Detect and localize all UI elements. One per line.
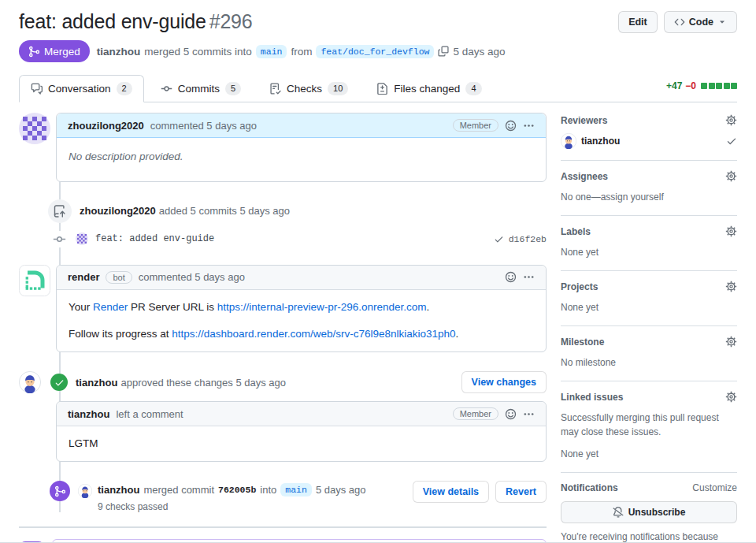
diffstat: +47 −0	[666, 80, 737, 96]
comment-meta: commented 5 days ago	[139, 271, 245, 283]
bot-comment: render bot commented 5 days ago Your Ren…	[19, 265, 547, 353]
gear-icon[interactable]	[725, 336, 737, 348]
customize-link[interactable]: Customize	[692, 482, 737, 493]
preview-url-link[interactable]: https://internal-preview-pr-296.onrender…	[217, 301, 427, 313]
gear-icon[interactable]	[725, 225, 737, 237]
commit-row: feat: added env-guide d16f2eb	[19, 231, 547, 247]
commit-avatar[interactable]	[76, 232, 88, 245]
repo-push-icon	[54, 205, 66, 218]
timeline-divider	[19, 526, 547, 528]
approval-event: tianzhou approved these changes 5 days a…	[19, 371, 547, 393]
checklist-icon	[269, 83, 281, 95]
gear-icon[interactable]	[725, 114, 737, 126]
bell-slash-icon	[613, 507, 624, 518]
approved-check-badge	[50, 374, 68, 391]
git-merge-icon	[28, 46, 40, 58]
pr-tab-bar: Conversation 2 Commits 5 Checks 10 Files…	[19, 75, 737, 102]
member-badge: Member	[453, 407, 498, 420]
review-comment-body: LGTM	[57, 426, 546, 461]
merged-badge-icon	[50, 481, 70, 501]
merger-avatar[interactable]	[78, 484, 92, 498]
pr-title-text: feat: added env-guide	[19, 10, 206, 32]
sidebar-notifications: Notifications Customize Unsubscribe You'…	[561, 473, 737, 543]
sidebar-projects: Projects None yet	[561, 271, 737, 326]
commit-sha[interactable]: d16f2eb	[509, 234, 547, 244]
smiley-icon[interactable]	[505, 408, 517, 420]
unsubscribe-button[interactable]: Unsubscribe	[561, 501, 737, 523]
kebab-icon[interactable]	[523, 120, 535, 132]
tab-files-count: 4	[465, 82, 481, 95]
reviewer-avatar[interactable]	[561, 133, 576, 149]
merge-base-branch-label[interactable]: main	[280, 483, 312, 497]
merge-commit-sha[interactable]: 762005b	[218, 485, 256, 495]
comment-meta: left a comment	[116, 408, 183, 420]
view-changes-button[interactable]: View changes	[461, 371, 547, 393]
kebab-icon[interactable]	[523, 271, 535, 283]
event-author[interactable]: zhouzilong2020	[80, 205, 156, 217]
check-icon	[54, 377, 65, 388]
gear-icon[interactable]	[725, 170, 737, 182]
commit-message[interactable]: feat: added env-guide	[95, 233, 214, 244]
reviewer-avatar[interactable]	[19, 371, 41, 393]
kebab-icon[interactable]	[523, 408, 535, 420]
pull-request-page: feat: added env-guide#296 Edit Code Merg…	[0, 0, 756, 543]
page-title: feat: added env-guide#296	[19, 9, 612, 34]
labels-empty-text: None yet	[561, 245, 737, 259]
pr-number: #296	[209, 10, 253, 32]
milestone-empty-text: No milestone	[561, 355, 737, 370]
commits-added-event: zhouzilong2020 added 5 commits 5 days ag…	[19, 199, 547, 223]
event-meta: approved these changes 5 days ago	[120, 377, 286, 389]
render-bot-avatar[interactable]	[19, 265, 50, 296]
merge-event: tianzhou merged commit 762005b into main…	[19, 481, 547, 512]
comment-author[interactable]: tianzhou	[68, 408, 109, 420]
event-author[interactable]: tianzhou	[76, 377, 117, 389]
comment-body: No description provided.	[57, 138, 546, 180]
comment-author[interactable]: render	[68, 271, 99, 283]
timeline: zhouzilong2020 commented 5 days ago Memb…	[19, 113, 547, 512]
pr-author-link[interactable]: tianzhou	[97, 46, 141, 58]
head-branch-label[interactable]: feat/doc_for_devflow	[316, 45, 434, 58]
smiley-icon[interactable]	[505, 120, 517, 132]
gear-icon[interactable]	[725, 281, 737, 292]
notifications-reason-text: You're receiving notifications because y…	[561, 530, 737, 543]
comment-author[interactable]: zhouzilong2020	[68, 120, 144, 132]
view-details-button[interactable]: View details	[413, 481, 489, 503]
pr-meta: Merged tianzhou merged 5 commits into ma…	[19, 40, 737, 62]
code-button[interactable]: Code	[664, 11, 737, 33]
assignees-empty-text[interactable]: No one—assign yourself	[561, 190, 737, 204]
edit-button[interactable]: Edit	[618, 11, 658, 33]
check-icon[interactable]	[494, 234, 504, 244]
bot-comment-body: Your Render PR Server URL is https://int…	[57, 290, 546, 352]
tab-conversation[interactable]: Conversation 2	[19, 75, 144, 102]
sidebar-linked-issues: Linked issues Successfully merging this …	[561, 381, 737, 473]
pr-description-comment: zhouzilong2020 commented 5 days ago Memb…	[19, 113, 547, 181]
tab-checks[interactable]: Checks 10	[258, 75, 360, 102]
review-comment: tianzhou left a comment Member LGTM	[56, 401, 547, 462]
conversation-column: zhouzilong2020 commented 5 days ago Memb…	[19, 113, 547, 543]
smiley-icon[interactable]	[505, 271, 517, 283]
tab-commits[interactable]: Commits 5	[149, 75, 253, 102]
merge-time: 5 days ago	[316, 484, 366, 496]
event-author[interactable]: tianzhou	[98, 484, 139, 496]
additions-count: +47	[666, 80, 682, 91]
reviewer-row: tianzhou	[561, 133, 737, 149]
diffstat-blocks	[701, 83, 737, 89]
sidebar-labels: Labels None yet	[561, 216, 737, 271]
sidebar-assignees: Assignees No one—assign yourself	[561, 161, 737, 216]
projects-empty-text: None yet	[561, 300, 737, 314]
copy-icon[interactable]	[438, 46, 449, 57]
base-branch-label[interactable]: main	[256, 45, 287, 58]
tab-files-changed[interactable]: Files changed 4	[365, 75, 493, 102]
comment-icon	[31, 83, 43, 95]
event-meta: added 5 commits 5 days ago	[159, 205, 290, 217]
dashboard-url-link[interactable]: https://dashboard.render.com/web/srv-c76…	[172, 328, 455, 340]
checks-passed-text[interactable]: 9 checks passed	[98, 501, 366, 512]
tab-commits-count: 5	[225, 82, 241, 95]
revert-button[interactable]: Revert	[495, 481, 547, 503]
avatar[interactable]	[19, 113, 50, 144]
render-link[interactable]: Render	[93, 301, 128, 313]
merge-summary-text: merged 5 commits into	[144, 46, 252, 58]
reviewer-name[interactable]: tianzhou	[581, 136, 620, 147]
git-merge-icon	[54, 485, 66, 497]
gear-icon[interactable]	[725, 391, 737, 403]
